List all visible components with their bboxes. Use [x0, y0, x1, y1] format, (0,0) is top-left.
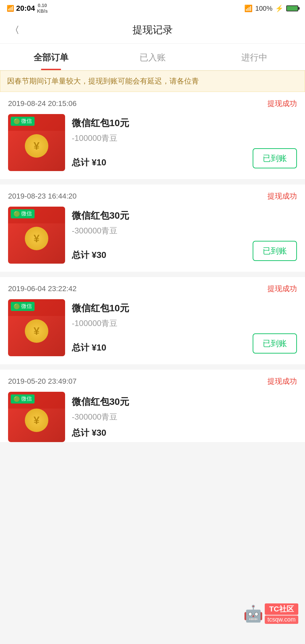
coin-icon: ¥ [25, 227, 48, 250]
envelope-wrap: 🟢 微信 ¥ [8, 114, 65, 171]
record-status: 提现成功 [267, 284, 297, 294]
item-name: 微信红包10元 [72, 117, 297, 129]
item-info-bottom: 总计 ¥30 [72, 427, 297, 439]
item-total: 总计 ¥30 [72, 249, 106, 261]
item-info: 微信红包30元 -300000青豆 总计 ¥30 [72, 395, 297, 439]
wechat-icon: 🟢 [13, 211, 20, 217]
envelope-wrap: 🟢 微信 ¥ [8, 392, 65, 442]
item-name: 微信红包30元 [72, 209, 297, 222]
record-date: 2019-06-04 23:22:42 [8, 284, 77, 293]
record-status: 提现成功 [267, 99, 297, 109]
record-date: 2019-08-23 16:44:20 [8, 192, 77, 201]
battery-icon [286, 5, 298, 11]
item-total: 总计 ¥10 [72, 157, 106, 168]
item-points: -100000青豆 [72, 133, 297, 144]
wechat-icon: 🟢 [13, 303, 20, 310]
wechat-icon: 🟢 [13, 118, 20, 124]
back-button[interactable]: 〈 [7, 20, 23, 40]
item-name: 微信红包10元 [72, 302, 297, 315]
notice-text: 因春节期间订单量较大，提现到账可能会有延迟，请各位青 [7, 77, 199, 85]
notice-banner: 因春节期间订单量较大，提现到账可能会有延迟，请各位青 [0, 70, 305, 92]
status-left: 📶 20:04 0.10KB/s [7, 3, 48, 14]
item-info: 微信红包30元 -300000青豆 总计 ¥30 已到账 [72, 209, 297, 261]
arrived-button[interactable]: 已到账 [253, 333, 297, 354]
record-header: 2019-08-24 20:15:06 提现成功 [0, 92, 305, 114]
speed-display: 0.10KB/s [37, 3, 48, 14]
bolt-icon: ⚡ [275, 4, 284, 12]
coin-icon: ¥ [25, 319, 48, 343]
item-info-bottom: 总计 ¥30 已到账 [72, 241, 297, 261]
battery-percent: 100% [255, 5, 272, 12]
record-body: 🟢 微信 ¥ 微信红包30元 -300000青豆 总计 ¥30 已到账 [0, 207, 305, 272]
record-item: 2019-06-04 23:22:42 提现成功 🟢 微信 ¥ 微信红包10元 … [0, 277, 305, 364]
item-points: -100000青豆 [72, 318, 297, 329]
record-header: 2019-06-04 23:22:42 提现成功 [0, 277, 305, 299]
item-info: 微信红包10元 -100000青豆 总计 ¥10 已到账 [72, 117, 297, 168]
tab-all[interactable]: 全部订单 [0, 44, 102, 70]
item-name: 微信红包30元 [72, 395, 297, 408]
item-points: -300000青豆 [72, 225, 297, 236]
status-bar: 📶 20:04 0.10KB/s 📶 100% ⚡ [0, 0, 305, 17]
record-item: 2019-05-20 23:49:07 提现成功 🟢 微信 ¥ 微信红包30元 … [0, 370, 305, 442]
record-date: 2019-05-20 23:49:07 [8, 377, 77, 386]
record-body: 🟢 微信 ¥ 微信红包10元 -100000青豆 总计 ¥10 已到账 [0, 299, 305, 364]
arrived-button[interactable]: 已到账 [253, 241, 297, 261]
record-status: 提现成功 [267, 191, 297, 201]
envelope-wrap: 🟢 微信 ¥ [8, 207, 65, 264]
record-item: 2019-08-24 20:15:06 提现成功 🟢 微信 ¥ 微信红包10元 … [0, 92, 305, 179]
record-header: 2019-08-23 16:44:20 提现成功 [0, 184, 305, 207]
item-info: 微信红包10元 -100000青豆 总计 ¥10 已到账 [72, 302, 297, 354]
wifi-icon: 📶 [244, 4, 253, 12]
item-info-bottom: 总计 ¥10 已到账 [72, 148, 297, 168]
record-date: 2019-08-24 20:15:06 [8, 99, 77, 108]
item-total: 总计 ¥10 [72, 342, 106, 354]
time-display: 20:04 [16, 4, 35, 13]
watermark: 🤖 TC社区 tcsqw.com [243, 603, 298, 624]
coin-icon: ¥ [25, 409, 48, 432]
tab-processing[interactable]: 进行中 [203, 44, 305, 70]
wechat-badge: 🟢 微信 [11, 117, 35, 126]
record-body: 🟢 微信 ¥ 微信红包10元 -100000青豆 总计 ¥10 已到账 [0, 114, 305, 179]
record-header: 2019-05-20 23:49:07 提现成功 [0, 370, 305, 392]
status-right: 📶 100% ⚡ [244, 4, 298, 12]
item-total: 总计 ¥30 [72, 427, 106, 439]
wechat-badge: 🟢 微信 [11, 209, 35, 218]
tabs-container: 全部订单 已入账 进行中 [0, 44, 305, 70]
records-list: 2019-08-24 20:15:06 提现成功 🟢 微信 ¥ 微信红包10元 … [0, 92, 305, 442]
page-title: 提现记录 [133, 23, 173, 37]
item-points: -300000青豆 [72, 412, 297, 422]
tab-credited[interactable]: 已入账 [102, 44, 203, 70]
wechat-icon: 🟢 [13, 396, 20, 402]
record-body: 🟢 微信 ¥ 微信红包30元 -300000青豆 总计 ¥30 [0, 392, 305, 442]
signal-icon: 📶 [7, 5, 14, 12]
wechat-badge: 🟢 微信 [11, 394, 35, 404]
record-status: 提现成功 [267, 376, 297, 386]
header: 〈 提现记录 [0, 17, 305, 44]
envelope-wrap: 🟢 微信 ¥ [8, 299, 65, 356]
coin-icon: ¥ [25, 134, 48, 158]
wechat-badge: 🟢 微信 [11, 302, 35, 311]
arrived-button[interactable]: 已到账 [253, 148, 297, 168]
item-info-bottom: 总计 ¥10 已到账 [72, 333, 297, 354]
record-item: 2019-08-23 16:44:20 提现成功 🟢 微信 ¥ 微信红包30元 … [0, 184, 305, 272]
